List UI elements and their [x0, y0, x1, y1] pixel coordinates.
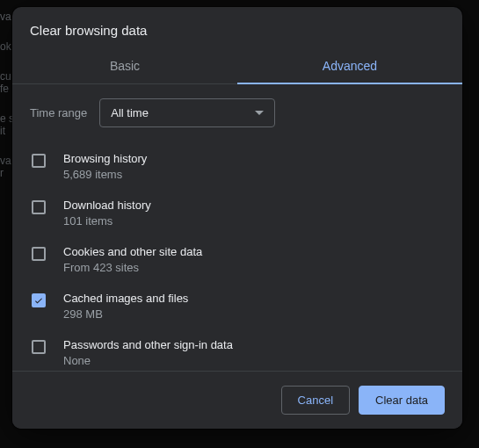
checkbox[interactable] [32, 200, 46, 214]
checkbox[interactable] [32, 247, 46, 261]
item-title: Cookies and other site data [63, 245, 202, 258]
checkbox[interactable] [32, 154, 46, 168]
time-range-select[interactable]: All time [99, 98, 275, 127]
dialog-footer: Cancel Clear data [12, 371, 462, 429]
tab-basic[interactable]: Basic [12, 50, 237, 83]
clear-data-button[interactable]: Clear data [359, 386, 445, 415]
data-type-item: Passwords and other sign-in dataNone [12, 329, 462, 371]
item-title: Browsing history [63, 152, 147, 165]
check-icon [33, 295, 44, 306]
dialog-body: Time range All time Browsing history5,68… [12, 84, 462, 371]
time-range-value: All time [111, 106, 149, 119]
data-type-list: Browsing history5,689 itemsDownload hist… [12, 140, 462, 371]
data-type-item: Cached images and files298 MB [12, 283, 462, 329]
item-title: Cached images and files [63, 292, 188, 305]
item-text: Passwords and other sign-in dataNone [63, 338, 233, 367]
item-subtitle: None [63, 354, 233, 367]
data-type-item: Download history101 items [12, 190, 462, 236]
item-text: Download history101 items [63, 199, 151, 228]
item-text: Browsing history5,689 items [63, 152, 147, 181]
clear-browsing-data-dialog: Clear browsing data Basic Advanced Time … [12, 7, 462, 429]
chevron-down-icon [255, 111, 264, 115]
data-type-item: Browsing history5,689 items [12, 143, 462, 190]
item-subtitle: 101 items [63, 214, 151, 228]
item-title: Download history [63, 199, 151, 212]
item-subtitle: 5,689 items [63, 168, 147, 181]
data-type-item: Cookies and other site dataFrom 423 site… [12, 236, 462, 283]
cancel-button[interactable]: Cancel [281, 386, 350, 415]
time-range-row: Time range All time [12, 84, 462, 140]
item-subtitle: From 423 sites [63, 261, 202, 274]
checkbox[interactable] [32, 340, 46, 354]
tab-bar: Basic Advanced [12, 50, 462, 84]
item-title: Passwords and other sign-in data [63, 338, 233, 351]
dialog-title: Clear browsing data [12, 7, 462, 50]
item-text: Cached images and files298 MB [63, 292, 188, 321]
item-text: Cookies and other site dataFrom 423 site… [63, 245, 202, 274]
item-subtitle: 298 MB [63, 307, 188, 321]
time-range-label: Time range [30, 106, 87, 119]
checkbox[interactable] [32, 293, 46, 307]
tab-advanced[interactable]: Advanced [237, 50, 462, 83]
